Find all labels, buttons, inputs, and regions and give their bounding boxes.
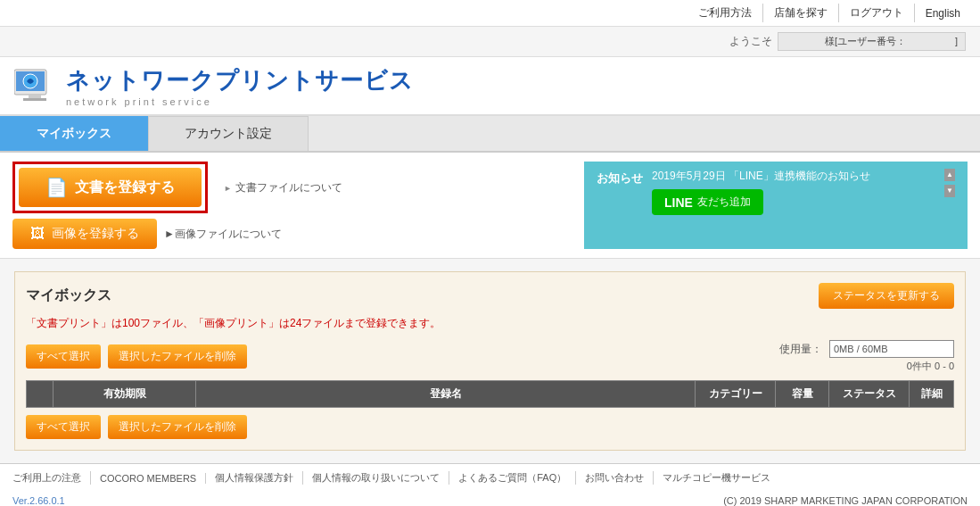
storage-count: 0件中 0 - 0 [907, 360, 954, 373]
tab-mybox[interactable]: マイボックス [0, 116, 148, 151]
mybox-container: マイボックス ステータスを更新する 「文書プリント」は100ファイル、「画像プリ… [14, 271, 966, 451]
select-all-button-bottom[interactable]: すべて選択 [26, 415, 101, 439]
notice-content: 2019年5月29日 「LINE」連携機能のお知らせ LINE 友だち追加 [652, 169, 941, 215]
register-img-label: 画像を登録する [52, 226, 139, 242]
footer-link-personal-data[interactable]: 個人情報の取り扱いについて [303, 471, 449, 485]
welcome-text: ようこそ [729, 34, 772, 49]
col-category-header: カテゴリー [696, 381, 776, 408]
mybox-controls-top: すべて選択 選択したファイルを削除 使用量： 0MB / 60MB 0件中 0 … [26, 340, 954, 373]
notice-scroll-down[interactable]: ▼ [944, 185, 955, 197]
delete-selected-button[interactable]: 選択したファイルを削除 [108, 344, 247, 369]
status-update-button[interactable]: ステータスを更新する [819, 283, 954, 309]
register-doc-wrapper: 📄 文書を登録する [12, 162, 208, 213]
footer-links: ご利用上の注意 COCORO MEMBERS 個人情報保護方針 個人情報の取り扱… [0, 463, 980, 492]
select-all-button[interactable]: すべて選択 [26, 344, 101, 369]
header: ネットワークプリントサービス network print service [0, 57, 980, 116]
footer-link-multicopy[interactable]: マルチコピー機サービス [654, 471, 779, 485]
img-file-info-link-wrapper: ►画像ファイルについて [164, 227, 282, 242]
line-add-button[interactable]: LINE 友だち追加 [652, 189, 763, 215]
svg-rect-4 [23, 98, 46, 101]
file-count-info: 「文書プリント」は100ファイル、「画像プリント」は24ファイルまで登録できます… [26, 316, 954, 331]
nav-store[interactable]: 店舗を探す [763, 4, 839, 22]
footer-copyright: (C) 2019 SHARP MARKETING JAPAN CORPORATI… [723, 495, 968, 506]
delete-selected-button-bottom[interactable]: 選択したファイルを削除 [108, 415, 247, 439]
notice-label: お知らせ [597, 169, 643, 187]
register-img-button[interactable]: 🖼 画像を登録する [12, 219, 157, 249]
mybox-section: マイボックス ステータスを更新する 「文書プリント」は100ファイル、「画像プリ… [0, 259, 980, 463]
mybox-controls-left: すべて選択 選択したファイルを削除 [26, 344, 247, 369]
doc-icon: 📄 [45, 177, 68, 198]
storage-bar: 0MB / 60MB [829, 340, 954, 358]
col-size-header: 容量 [776, 381, 829, 408]
col-name-header: 登録名 [196, 381, 696, 408]
storage-label: 使用量： [779, 342, 822, 357]
col-status-header: ステータス [829, 381, 910, 408]
doc-file-info-link[interactable]: 文書ファイルについて [224, 180, 342, 195]
nav-logout[interactable]: ログアウト [839, 4, 915, 22]
tab-bar: マイボックス アカウント設定 [0, 116, 980, 153]
storage-value: 0MB / 60MB [834, 344, 888, 354]
mybox-title: マイボックス [26, 286, 111, 305]
table-header-row: 有効期限 登録名 カテゴリー 容量 ステータス 詳細 [27, 381, 954, 408]
user-info: 様[ユーザー番号： ] [778, 32, 966, 51]
notice-date-title: 2019年5月29日 「LINE」連携機能のお知らせ [652, 169, 941, 184]
logo-title: ネットワークプリントサービス [66, 65, 414, 96]
action-notice-row: 📄 文書を登録する 文書ファイルについて 🖼 画像を登録する ►画像ファイルにつ… [0, 153, 980, 259]
img-file-info-link[interactable]: ►画像ファイルについて [164, 228, 282, 240]
top-nav: ご利用方法 店舗を探す ログアウト English [0, 0, 980, 27]
mybox-table: 有効期限 登録名 カテゴリー 容量 ステータス 詳細 [26, 380, 954, 408]
footer-version: Ver.2.66.0.1 [12, 495, 65, 506]
storage-bar-container: 使用量： 0MB / 60MB [779, 340, 954, 358]
col-detail-header: 詳細 [910, 381, 954, 408]
col-expiry-header: 有効期限 [54, 381, 196, 408]
svg-rect-3 [29, 95, 41, 98]
logo-text: ネットワークプリントサービス network print service [66, 65, 414, 107]
img-icon: 🖼 [30, 226, 45, 242]
tab-account[interactable]: アカウント設定 [148, 116, 309, 151]
line-icon: LINE [664, 195, 693, 210]
nav-usage[interactable]: ご利用方法 [688, 4, 763, 22]
notice-area: お知らせ 2019年5月29日 「LINE」連携機能のお知らせ LINE 友だち… [584, 162, 968, 249]
col-check-header [27, 381, 54, 408]
footer-link-cocoro[interactable]: COCORO MEMBERS [91, 473, 206, 484]
doc-file-info-link-wrapper: 文書ファイルについて [224, 180, 342, 195]
footer-link-contact[interactable]: お問い合わせ [576, 471, 654, 485]
notice-scroll-up[interactable]: ▲ [944, 169, 955, 181]
footer-link-terms[interactable]: ご利用上の注意 [12, 471, 91, 485]
action-buttons: 📄 文書を登録する 文書ファイルについて 🖼 画像を登録する ►画像ファイルにつ… [12, 162, 342, 249]
storage-info: 使用量： 0MB / 60MB 0件中 0 - 0 [779, 340, 954, 373]
footer-link-privacy[interactable]: 個人情報保護方針 [206, 471, 303, 485]
logo-globe-icon [14, 64, 57, 107]
welcome-bar: ようこそ 様[ユーザー番号： ] [0, 27, 980, 57]
logo-area: ネットワークプリントサービス network print service [14, 64, 414, 107]
line-add-label: 友だち追加 [697, 195, 751, 210]
mybox-header: マイボックス ステータスを更新する [26, 283, 954, 309]
register-doc-button[interactable]: 📄 文書を登録する [19, 168, 202, 207]
nav-english[interactable]: English [915, 5, 971, 21]
footer-link-faq[interactable]: よくあるご質問（FAQ） [449, 471, 576, 485]
register-doc-label: 文書を登録する [75, 178, 175, 197]
mybox-controls-bottom: すべて選択 選択したファイルを削除 [26, 415, 954, 439]
logo-subtitle: network print service [66, 96, 414, 107]
footer-bottom: Ver.2.66.0.1 (C) 2019 SHARP MARKETING JA… [0, 492, 980, 506]
